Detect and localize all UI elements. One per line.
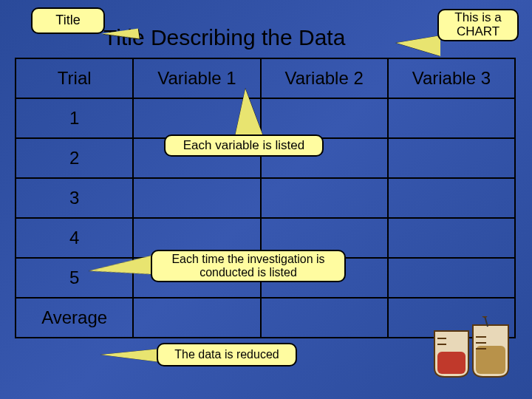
callout-title: Title [31,7,105,34]
row-label: Average [16,298,133,338]
cell [261,98,388,138]
row-label: 1 [16,98,133,138]
col-header-var2: Variable 2 [261,58,388,98]
cell [388,138,515,178]
cell [388,258,515,298]
callout-variable: Each variable is listed [164,134,324,157]
cell [388,178,515,218]
row-label: 3 [16,178,133,218]
cell [133,298,260,338]
cell [388,98,515,138]
callout-trial: Each time the investigation is conducted… [151,250,346,282]
callout-average: The data is reduced [157,343,297,366]
callout-chart: This is a CHART [437,9,519,41]
svg-rect-1 [476,346,505,374]
callout-pointer-icon [396,35,440,56]
svg-rect-0 [437,352,466,374]
cell [261,178,388,218]
cell [261,298,388,338]
row-label: 4 [16,218,133,258]
callout-pointer-icon [100,349,160,362]
row-label: 2 [16,138,133,178]
table-row: 3 [16,178,515,218]
cell [133,178,260,218]
table-header-row: Trial Variable 1 Variable 2 Variable 3 [16,58,515,98]
beakers-icon [427,316,516,383]
col-header-var3: Variable 3 [388,58,515,98]
data-table: Trial Variable 1 Variable 2 Variable 3 1… [15,58,516,338]
callout-pointer-icon [235,89,263,136]
cell [388,218,515,258]
svg-point-7 [482,316,487,317]
table-row: 1 [16,98,515,138]
page-title: Title Describing the Data [103,25,345,50]
data-table-wrapper: Trial Variable 1 Variable 2 Variable 3 1… [15,58,516,338]
col-header-trial: Trial [16,58,133,98]
